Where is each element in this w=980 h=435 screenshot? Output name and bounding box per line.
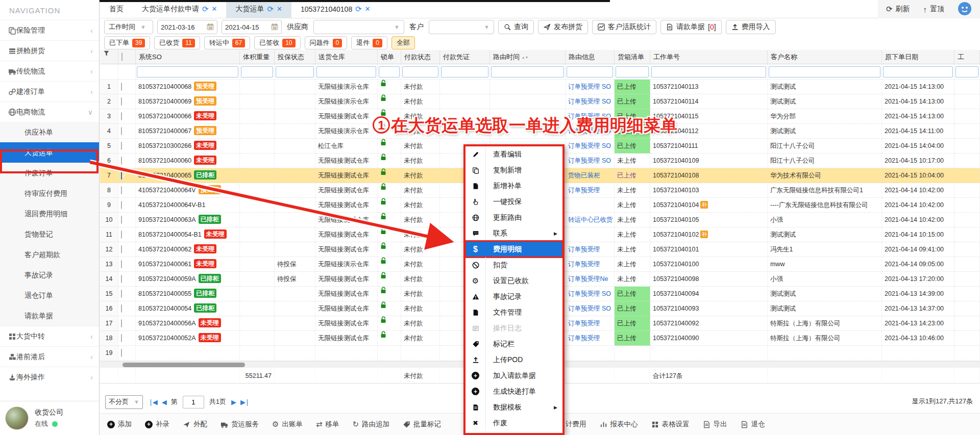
column-header-路由信息[interactable]: 路由信息 [566, 50, 615, 64]
toolbar-action-外配[interactable]: 外配 [183, 420, 207, 429]
filter-funnel-icon[interactable] [100, 50, 118, 64]
table-row[interactable]: 2810537210400069预受理无限链接演示仓库未付款订单预受理 SO已上… [100, 94, 980, 109]
context-menu-item-上传POD[interactable]: 上传POD [465, 352, 562, 368]
toolbar-action-表格设置[interactable]: 表格设置 [651, 420, 690, 429]
status-filter-退件[interactable]: 退件0 [351, 36, 387, 49]
status-filter-转运中[interactable]: 转运中67 [204, 36, 250, 49]
toolbar-action-计费用[interactable]: 计费用 [566, 420, 586, 429]
route-info-link[interactable]: 订单预受理 [568, 320, 600, 327]
tab-首页[interactable]: 首页 [100, 0, 133, 18]
sidebar-group-电商物流[interactable]: 电商物流∨ [0, 101, 99, 122]
lock-icon[interactable] [380, 183, 398, 190]
route-info-link[interactable]: 订单预受理 [568, 335, 600, 342]
toolbar-action-报表中心[interactable]: 报表中心 [600, 420, 638, 429]
context-menu-item-事故记录[interactable]: 事故记录 [465, 289, 562, 304]
column-filter-input-付款凭证[interactable] [441, 66, 488, 78]
sidebar-group-建准订单[interactable]: 建准订单‹ [0, 81, 99, 101]
route-info-link[interactable]: 订单预受理 SO [568, 305, 611, 312]
row-checkbox[interactable] [121, 349, 122, 357]
toolbar-action-出账单[interactable]: ⚙出账单 [272, 420, 303, 429]
next-page-button[interactable]: ▶ [231, 398, 235, 406]
row-checkbox[interactable] [121, 304, 122, 313]
row-checkbox[interactable] [121, 127, 122, 135]
button-客户活跃统计[interactable]: 客户活跃统计 [592, 20, 656, 34]
row-checkbox[interactable] [121, 231, 122, 239]
row-checkbox[interactable] [121, 290, 122, 298]
scroll-top-button[interactable]: ↑置顶 [923, 5, 945, 14]
column-header-原下单日期[interactable]: 原下单日期 [882, 50, 954, 64]
context-menu-item-文件管理[interactable]: 文件管理 [465, 304, 562, 320]
table-row[interactable]: 3910537210400066未受理无限链接测试仓库未付款订单预受理 SO已上… [100, 109, 980, 124]
tab-refresh-icon[interactable]: ⟳ [267, 5, 274, 14]
context-menu-item-费用明细[interactable]: $费用明细 [465, 241, 562, 257]
last-page-button[interactable]: ▶❘ [240, 398, 249, 406]
route-info-link[interactable]: 订单预受理 [568, 261, 600, 268]
status-filter-问题件[interactable]: 问题件0 [305, 36, 348, 49]
tab-close-icon[interactable]: ✕ [277, 5, 282, 13]
tab-大货运单[interactable]: 大货运单⟳✕ [226, 0, 291, 18]
route-info-link[interactable]: 订单预受理 SO [568, 127, 611, 135]
status-filter-已签收[interactable]: 已签收10 [254, 36, 300, 49]
row-checkbox[interactable] [121, 83, 122, 91]
toolbar-action-退仓[interactable]: 退仓 [741, 420, 765, 429]
column-filter-input-货箱清单[interactable] [616, 66, 649, 78]
column-filter-input-投保状态[interactable] [276, 66, 314, 78]
column-filter-input-路由时间[interactable] [491, 66, 564, 78]
context-menu-item-数据模板[interactable]: 数据模板▶ [465, 399, 562, 415]
lock-icon[interactable] [380, 331, 398, 338]
column-filter-input-系统SO[interactable] [137, 66, 238, 78]
lock-icon[interactable] [380, 124, 398, 131]
lock-icon[interactable] [380, 213, 398, 220]
route-info-link[interactable]: 订单预受理 SO [568, 83, 611, 90]
context-menu-item-新增补单[interactable]: 新增补单 [465, 178, 562, 194]
column-filter-input-付款状态[interactable] [402, 66, 438, 78]
lock-icon[interactable] [380, 80, 398, 87]
table-row[interactable]: 4810537210400067预受理无限链接演示仓库未付款订单预受理 SO已上… [100, 124, 980, 139]
select-all-checkbox[interactable] [121, 53, 122, 61]
lock-icon[interactable] [380, 139, 398, 146]
context-menu-item-联系[interactable]: 联系▶ [465, 225, 562, 241]
user-avatar-icon[interactable] [958, 2, 972, 17]
route-info-link[interactable]: 订单预受理 SO [568, 142, 611, 149]
context-menu-item-复制新增[interactable]: 复制新增 [465, 162, 562, 178]
row-checkbox[interactable] [121, 186, 122, 194]
table-row[interactable]: 1810537210400068预受理无限链接演示仓库未付款订单预受理 SO已上… [100, 80, 980, 94]
sidebar-item-事故记录[interactable]: 事故记录 [0, 265, 99, 285]
column-header-路由时间[interactable]: 路由时间 ▲▼ [490, 50, 566, 64]
column-filter-input-工[interactable] [955, 66, 978, 78]
context-menu-item-扣货[interactable]: 扣货 [465, 257, 562, 273]
page-number-input[interactable] [183, 396, 204, 408]
row-checkbox[interactable] [121, 275, 122, 283]
lock-icon[interactable] [380, 272, 398, 279]
prev-page-button[interactable]: ◀ [162, 398, 166, 406]
context-menu-item-一键投保[interactable]: 一键投保 [465, 194, 562, 210]
sidebar-item-大货运单[interactable]: 大货运单 [0, 142, 99, 163]
tab-refresh-icon[interactable]: ⟳ [355, 5, 362, 14]
sidebar-item-请款单据[interactable]: 请款单据 [0, 305, 99, 326]
sidebar-group-港前港后[interactable]: 港前港后‹ [0, 346, 99, 367]
route-info-link[interactable]: 订单预受理 SO [568, 157, 611, 164]
lock-icon[interactable] [380, 109, 398, 116]
sidebar-group-大货中转[interactable]: 大货中转‹ [0, 326, 99, 346]
sidebar-item-客户超期款[interactable]: 客户超期款 [0, 244, 99, 265]
status-filter-all[interactable]: 全部 [391, 36, 415, 49]
column-header-投保状态[interactable]: 投保状态 [275, 50, 315, 64]
button-发布拼货[interactable]: 发布拼货 [538, 20, 588, 34]
status-filter-已收货[interactable]: 已收货11 [154, 36, 200, 49]
sidebar-group-海外操作[interactable]: 海外操作‹ [0, 367, 99, 387]
time-field-select[interactable]: 工作时间▼ [104, 20, 153, 34]
sidebar-group-拼舱拼货[interactable]: 拼舱拼货‹ [0, 40, 99, 61]
route-info-link[interactable]: 订单预受理 [568, 246, 600, 253]
toolbar-action-添加[interactable]: +添加 [107, 420, 132, 429]
tab-1053721040108[interactable]: 1053721040108⟳✕ [291, 0, 380, 18]
toolbar-action-导出[interactable]: 导出 [703, 420, 727, 429]
sidebar-group-传统物流[interactable]: 传统物流‹ [0, 61, 99, 81]
route-info-link[interactable]: 订单预受理Ne [568, 275, 608, 283]
button-查询[interactable]: 查询 [498, 20, 534, 34]
sidebar-item-供应补单[interactable]: 供应补单 [0, 122, 99, 142]
tab-大货运单付款申请[interactable]: 大货运单付款申请⟳✕ [133, 0, 226, 18]
context-menu-item-设置已收款[interactable]: ⚙设置已收款 [465, 273, 562, 289]
column-header-付款状态[interactable]: 付款状态 [401, 50, 440, 64]
column-header-货箱清单[interactable]: 货箱清单 [615, 50, 650, 64]
column-filter-input-送货仓库[interactable] [316, 66, 376, 78]
